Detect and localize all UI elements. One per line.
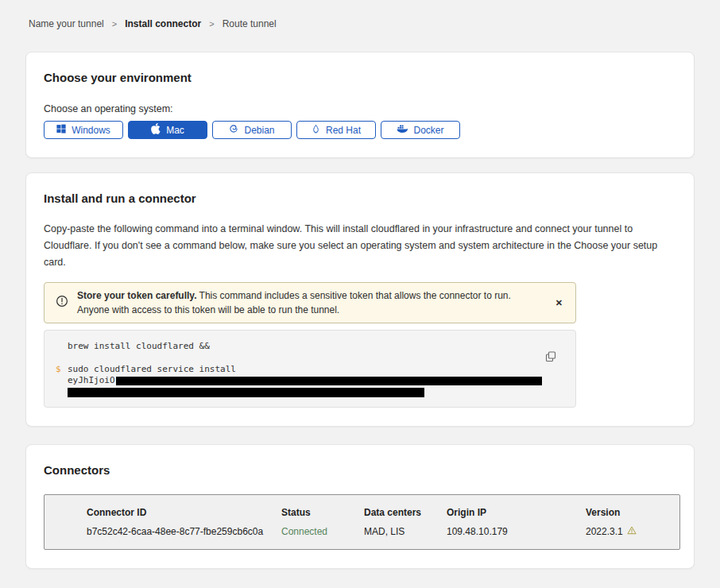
- breadcrumb-separator: >: [112, 19, 117, 29]
- apple-logo-icon: [151, 123, 161, 137]
- data-centers-value: MAD, LIS: [364, 526, 447, 537]
- redhat-logo-icon: [312, 124, 320, 137]
- install-connector-title: Install and run a connector: [44, 191, 676, 205]
- redacted-token-bar: [68, 388, 424, 397]
- os-button-redhat[interactable]: Red Hat: [296, 121, 376, 139]
- os-button-label: Windows: [72, 125, 110, 136]
- breadcrumb-separator: >: [209, 19, 214, 29]
- connectors-table: Connector ID Status Data centers Origin …: [44, 494, 680, 550]
- col-header-status: Status: [281, 507, 364, 518]
- connectors-card: Connectors Connector ID Status Data cent…: [25, 444, 695, 569]
- install-connector-description: Copy-paste the following command into a …: [44, 221, 676, 271]
- windows-logo-icon: [56, 124, 66, 136]
- connectors-title: Connectors: [44, 463, 676, 477]
- os-button-label: Red Hat: [326, 125, 361, 136]
- page: Name your tunnel > Install connector > R…: [0, 0, 720, 588]
- os-button-label: Mac: [166, 125, 184, 136]
- install-command-codeblock: brew install cloudflared && $ sudo cloud…: [44, 330, 576, 408]
- environment-card-title: Choose your environment: [44, 71, 676, 84]
- os-select-label: Choose an operating system:: [44, 103, 676, 114]
- col-header-data-centers: Data centers: [364, 507, 447, 518]
- status-badge: Connected: [281, 526, 364, 537]
- os-button-label: Debian: [244, 125, 274, 136]
- redacted-token-bar: [116, 377, 542, 385]
- col-header-connector-id: Connector ID: [87, 507, 281, 518]
- breadcrumb-route-tunnel[interactable]: Route tunnel: [223, 18, 277, 29]
- os-button-debian[interactable]: Debian: [212, 121, 292, 139]
- origin-ip-value: 109.48.10.179: [447, 526, 586, 537]
- choose-environment-card: Choose your environment Choose an operat…: [25, 52, 695, 158]
- os-button-label: Docker: [413, 125, 443, 136]
- col-header-origin-ip: Origin IP: [447, 507, 586, 518]
- debian-logo-icon: [229, 124, 238, 136]
- os-button-windows[interactable]: Windows: [44, 121, 123, 139]
- col-header-version: Version: [586, 507, 679, 518]
- command-line-brew: brew install cloudflared &&: [45, 341, 575, 352]
- connector-id-value: b7c52c42-6caa-48ee-8c77-fbe259cb6c0a: [87, 526, 281, 537]
- warning-triangle-icon: [627, 526, 637, 537]
- breadcrumb-install-connector[interactable]: Install connector: [125, 18, 201, 29]
- token-warning-banner: Store your token carefully. This command…: [44, 282, 576, 323]
- copy-icon[interactable]: [545, 351, 556, 365]
- alert-circle-icon: [56, 295, 68, 311]
- breadcrumb-name-your-tunnel[interactable]: Name your tunnel: [29, 18, 104, 29]
- close-icon[interactable]: ✕: [552, 296, 566, 310]
- docker-logo-icon: [397, 124, 408, 136]
- os-button-mac[interactable]: Mac: [128, 121, 207, 139]
- command-line-token: eyJhIjoiO: [45, 375, 575, 386]
- command-line-service-install: $ sudo cloudflared service install: [45, 364, 575, 375]
- token-warning-text: Store your token carefully. This command…: [77, 288, 534, 317]
- version-value: 2022.3.1: [586, 526, 679, 537]
- install-connector-card: Install and run a connector Copy-paste t…: [25, 172, 695, 427]
- shell-prompt: $: [56, 364, 61, 375]
- os-button-row: Windows Mac Debian: [44, 121, 676, 139]
- os-button-docker[interactable]: Docker: [381, 121, 460, 139]
- breadcrumb: Name your tunnel > Install connector > R…: [25, 0, 695, 52]
